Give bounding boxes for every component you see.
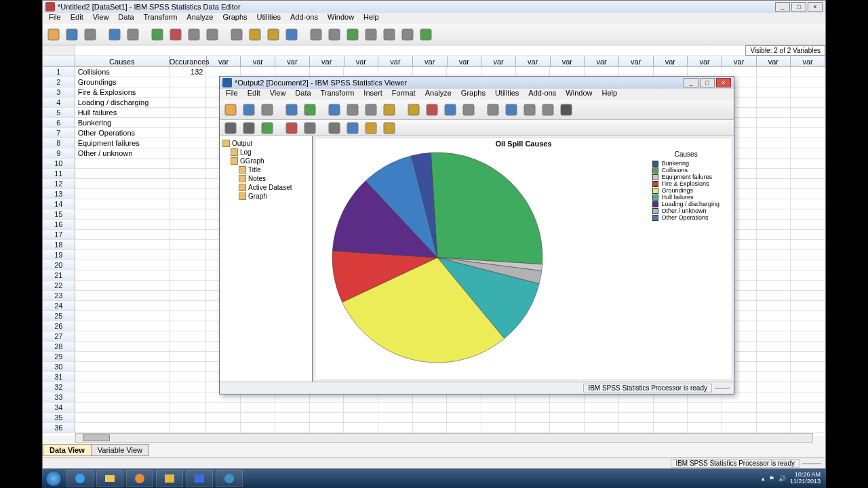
col-header-var[interactable]: var xyxy=(207,56,241,66)
menu-graphs[interactable]: Graphs xyxy=(218,13,252,24)
toolbar-button[interactable] xyxy=(186,26,202,43)
output-tree[interactable]: OutputLogGGraphTitleNotesActive DatasetG… xyxy=(220,136,313,382)
col-header-var[interactable]: var xyxy=(791,56,825,66)
toolbar-button[interactable] xyxy=(521,102,538,118)
toolbar-button[interactable] xyxy=(381,102,397,118)
menu-add-ons[interactable]: Add-ons xyxy=(524,89,561,100)
toolbar-button[interactable] xyxy=(363,26,379,43)
toolbar-button[interactable] xyxy=(82,26,98,43)
tab-variable-view[interactable]: Variable View xyxy=(91,444,149,456)
col-header-var[interactable]: var xyxy=(378,56,413,66)
col-header-var[interactable]: var xyxy=(585,56,619,66)
col-header-var[interactable]: var xyxy=(516,56,551,66)
start-button[interactable] xyxy=(42,469,65,488)
toolbar-button[interactable] xyxy=(503,102,519,118)
toolbar-button[interactable] xyxy=(247,26,263,43)
toolbar-button[interactable] xyxy=(363,120,379,136)
clock[interactable]: 10:26 AM 11/21/2013 xyxy=(790,472,821,485)
task-outlook[interactable] xyxy=(156,470,183,487)
toolbar-button[interactable] xyxy=(406,102,422,118)
minimize-button[interactable]: _ xyxy=(775,2,790,12)
tray-volume-icon[interactable]: 🔊 xyxy=(778,475,786,482)
toolbar-button[interactable] xyxy=(241,120,257,136)
menu-utilities[interactable]: Utilities xyxy=(252,13,285,24)
task-spss[interactable] xyxy=(216,470,243,487)
toolbar-button[interactable] xyxy=(265,26,281,43)
toolbar-button[interactable] xyxy=(302,102,318,118)
toolbar-button[interactable] xyxy=(283,26,300,43)
menu-utilities[interactable]: Utilities xyxy=(490,89,524,100)
table-row[interactable]: 36 xyxy=(43,423,825,433)
titlebar-main[interactable]: *Untitled2 [DataSet1] - IBM SPSS Statist… xyxy=(43,1,825,13)
tray-flag-icon[interactable]: ⚑ xyxy=(769,475,774,482)
task-word[interactable] xyxy=(186,470,213,487)
menu-file[interactable]: File xyxy=(221,89,243,100)
minimize-button[interactable]: _ xyxy=(684,78,698,87)
toolbar-button[interactable] xyxy=(259,102,275,118)
toolbar-button[interactable] xyxy=(424,102,440,118)
tree-log[interactable]: Log xyxy=(222,148,309,157)
toolbar-button[interactable] xyxy=(149,26,165,43)
toolbar-button[interactable] xyxy=(167,26,184,43)
toolbar-button[interactable] xyxy=(64,26,80,43)
tree-ggraph[interactable]: GGraph xyxy=(222,157,309,165)
tray-chevron-icon[interactable]: ▴ xyxy=(762,475,765,482)
toolbar-button[interactable] xyxy=(540,102,556,118)
tab-data-view[interactable]: Data View xyxy=(43,444,92,456)
toolbar-button[interactable] xyxy=(381,26,397,43)
menu-help[interactable]: Help xyxy=(597,89,622,100)
task-ie[interactable] xyxy=(66,470,94,487)
menu-help[interactable]: Help xyxy=(359,13,384,24)
table-row[interactable]: 34 xyxy=(43,403,825,413)
menu-window[interactable]: Window xyxy=(323,13,359,24)
col-header-var[interactable]: var xyxy=(654,56,688,66)
horizontal-scrollbar[interactable] xyxy=(75,433,813,443)
toolbar-button[interactable] xyxy=(326,26,342,43)
menu-view[interactable]: View xyxy=(265,89,291,100)
toolbar-button[interactable] xyxy=(399,26,416,43)
maximize-button[interactable]: □ xyxy=(791,2,806,12)
toolbar-button[interactable] xyxy=(460,102,477,118)
menu-analyze[interactable]: Analyze xyxy=(182,13,218,24)
toolbar-button[interactable] xyxy=(363,102,379,118)
col-header-var[interactable]: var xyxy=(551,56,585,66)
toolbar-button[interactable] xyxy=(125,26,141,43)
task-media[interactable] xyxy=(126,470,153,487)
menu-file[interactable]: File xyxy=(44,13,66,24)
menu-data[interactable]: Data xyxy=(290,89,315,100)
menu-edit[interactable]: Edit xyxy=(66,13,88,24)
system-tray[interactable]: ▴ ⚑ 🔊 10:26 AM 11/21/2013 xyxy=(756,472,826,485)
tree-active-dataset[interactable]: Active Dataset xyxy=(222,183,309,192)
table-row[interactable]: 35 xyxy=(43,413,825,423)
col-header-var[interactable]: var xyxy=(448,56,482,66)
toolbar-button[interactable] xyxy=(344,26,361,43)
toolbar-button[interactable] xyxy=(308,26,324,43)
menu-view[interactable]: View xyxy=(88,13,114,24)
tree-title[interactable]: Title xyxy=(222,165,309,174)
col-header-var[interactable]: var xyxy=(310,56,344,66)
menu-add-ons[interactable]: Add-ons xyxy=(285,13,323,24)
tree-graph[interactable]: Graph xyxy=(222,192,309,201)
toolbar-button[interactable] xyxy=(283,120,300,136)
col-header-var[interactable]: var xyxy=(722,56,757,66)
toolbar-button[interactable] xyxy=(485,102,501,118)
toolbar-button[interactable] xyxy=(241,102,257,118)
toolbar-button[interactable] xyxy=(442,102,458,118)
menu-transform[interactable]: Transform xyxy=(139,13,182,24)
toolbar-button[interactable] xyxy=(222,120,239,136)
col-header-var[interactable]: var xyxy=(481,56,516,66)
toolbar-button[interactable] xyxy=(204,26,220,43)
tree-notes[interactable]: Notes xyxy=(222,174,309,183)
toolbar-button[interactable] xyxy=(283,102,300,118)
col-header-var[interactable]: var xyxy=(413,56,448,66)
col-header-occurances[interactable]: Occurances xyxy=(170,56,207,66)
toolbar-button[interactable] xyxy=(418,26,434,43)
menu-analyze[interactable]: Analyze xyxy=(420,89,456,100)
tree-output[interactable]: Output xyxy=(222,139,309,148)
toolbar-button[interactable] xyxy=(326,102,342,118)
menu-transform[interactable]: Transform xyxy=(316,89,359,100)
output-canvas[interactable]: Oil Spill Causes Causes BunkeringCollisi… xyxy=(315,138,732,380)
col-header-var[interactable]: var xyxy=(275,56,310,66)
task-explorer[interactable] xyxy=(96,470,123,487)
toolbar-button[interactable] xyxy=(344,102,361,118)
